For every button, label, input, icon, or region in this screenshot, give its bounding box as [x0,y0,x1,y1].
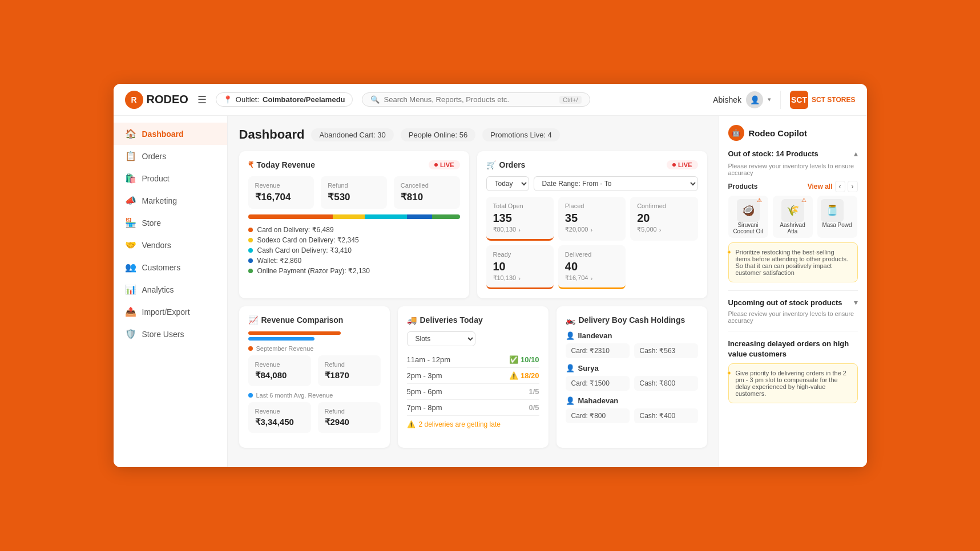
cancelled-label: Cancelled [401,182,453,189]
analytics-icon: 📊 [125,284,136,295]
brand-name: SCT STORES [812,96,855,104]
person-icon-0: 👤 [566,331,575,340]
tip-star-icon-2: ✦ [727,370,732,377]
pb-wallet [407,214,433,219]
payment-list: Card on Delivery: ₹6,489 Sodexo Card on … [248,226,460,275]
sidebar-item-dashboard[interactable]: 🏠 Dashboard [114,123,227,145]
revenue-card-header: ₹ Today Revenue LIVE [248,160,460,169]
avg-revenue-metric: Revenue ₹3,34,450 [248,402,311,433]
refund-metric: Refund ₹530 [321,176,387,209]
vendors-icon: 🤝 [125,240,136,250]
search-input[interactable] [384,95,555,104]
upcoming-title: Upcoming out of stock products [728,298,842,307]
outlet-value: Coimbatore/Peelamedu [263,95,345,104]
product-thumb-2: 🫙 Masa Powd [817,196,857,238]
rev-comp-header: 📈 Revenue Comparison [248,315,381,325]
main-content: Dashboard Abandoned Cart: 30 People Onli… [228,116,719,467]
person-icon-1: 👤 [566,364,575,372]
slot-3-status: 0/5 [529,403,539,412]
sidebar-label-vendors: Vendors [142,241,171,250]
sidebar-label-store: Store [142,218,161,228]
slots-select[interactable]: Slots [407,331,475,346]
upcoming-expand-button[interactable] [854,298,858,307]
orders-card-title: 🛒 Orders [486,160,526,169]
warning-icon-0: ⚠ [757,197,762,203]
avatar: 👤 [746,91,763,108]
today-revenue-card: ₹ Today Revenue LIVE Revenue ₹16, [239,151,469,298]
badge-promotions-live: Promotions Live: 4 [482,128,560,141]
products-label: Products [728,183,758,191]
second-cards-row: 📈 Revenue Comparison September Revenue [239,306,707,448]
sidebar-label-orders: Orders [142,152,167,161]
rev-bar-sep [248,331,341,335]
pb-cashcard [365,214,407,219]
restocking-tip: ✦ Prioritize restocking the best-selling… [728,242,858,282]
import-export-icon: 📤 [125,306,136,317]
order-stat-placed: Placed 35 ₹20,000 › [558,197,626,241]
sidebar-item-import-export[interactable]: 📤 Import/Export [114,301,227,323]
product-thumb-1: 🌾 ⚠ Aashrivad Atta [773,196,813,238]
orders-live-dot [672,163,676,167]
sep-revenue-metric: Revenue ₹84,080 [248,355,311,386]
rev-comp-title: 📈 Revenue Comparison [248,315,344,325]
brand-icon: SCT [790,91,808,109]
db-cash-1: Cash: ₹800 [634,376,698,391]
revenue-comparison-card: 📈 Revenue Comparison September Revenue [239,306,390,448]
sidebar-label-marketing: Marketing [142,196,177,205]
sidebar-item-orders[interactable]: 📋 Orders [114,145,227,167]
upcoming-oos-section: Upcoming out of stock products Please re… [728,290,858,324]
prev-product-button[interactable]: ‹ [835,181,845,192]
sidebar-item-store[interactable]: 🏪 Store [114,212,227,234]
slot-1-status: ⚠️ 18/20 [509,371,539,380]
sidebar-item-analytics[interactable]: 📊 Analytics [114,278,227,301]
revenue-label: Revenue [255,182,308,189]
products-header-row: Products View all ‹ › [728,181,858,192]
view-all-button[interactable]: View all [808,183,833,191]
today-filter-select[interactable]: Today [486,176,529,191]
orders-card: 🛒 Orders LIVE Today [477,151,707,298]
product-thumb-0: 🥥 ⚠ Siruvani Coconut Oil [728,196,768,238]
top-cards-row: ₹ Today Revenue LIVE Revenue ₹16, [239,151,707,298]
order-stat-delivered: Delivered 40 ₹16,704 › [558,245,626,289]
sidebar-item-customers[interactable]: 👥 Customers [114,256,227,278]
oos-subtitle: Please review your inventory levels to e… [728,163,858,176]
deliveries-title: 🚚 Deliveries Today [407,315,483,325]
pb-cod [248,214,333,219]
delivery-slot-0: 11am - 12pm ✅ 10/10 [407,352,539,368]
date-range-select[interactable]: Date Range: From - To [534,176,698,191]
sidebar-item-store-users[interactable]: 🛡️ Store Users [114,323,227,345]
warning-triangle-icon: ⚠️ [407,420,416,428]
delivery-slot-1: 2pm - 3pm ⚠️ 18/20 [407,368,539,384]
slot-0-status: ✅ 10/10 [509,355,539,364]
sidebar: 🏠 Dashboard 📋 Orders 🛍️ Product 📣 Market… [114,116,228,467]
sidebar-item-marketing[interactable]: 📣 Marketing [114,189,227,212]
arrow-right-icon-2: › [590,226,592,233]
upcoming-subtitle: Please review your inventory levels to e… [728,310,858,324]
chevron-down-icon[interactable]: ▾ [768,96,771,103]
hamburger-button[interactable]: ☰ [197,94,207,106]
badge-people-online: People Online: 56 [401,128,475,141]
delivery-slots-list: 11am - 12pm ✅ 10/10 2pm - 3pm ⚠️ 18/20 [407,352,539,416]
outlet-label: Oultlet: [236,95,259,104]
sidebar-item-product[interactable]: 🛍️ Product [114,167,227,189]
product-img-0: 🥥 [737,199,760,222]
db-card-0: Card: ₹2310 [566,343,630,358]
order-stat-total-open: Total Open 135 ₹80,130 › [486,197,554,241]
sidebar-item-vendors[interactable]: 🤝 Vendors [114,234,227,256]
pb-sodexo [333,214,365,219]
logo: R RODEO [125,91,188,109]
deliveries-today-card: 🚚 Deliveries Today Slots 11am - 12pm [398,306,549,448]
pin-icon: 📍 [223,95,232,104]
nav-right: Abishek 👤 ▾ SCT SCT STORES [713,91,855,109]
sidebar-label-dashboard: Dashboard [142,129,184,139]
arrow-right-icon-3: › [659,226,662,233]
rev-bar-avg [248,337,314,341]
dot-online [248,269,253,273]
oos-collapse-button[interactable] [854,149,858,158]
orders-live-badge: LIVE [667,160,697,169]
delivery-icon: 🚚 [407,315,417,325]
orders-stats-grid: Total Open 135 ₹80,130 › Placed 35 [486,197,698,289]
content-area: Dashboard Abandoned Cart: 30 People Onli… [228,116,867,467]
next-product-button[interactable]: › [848,181,858,192]
user-name: Abishek [713,95,741,104]
